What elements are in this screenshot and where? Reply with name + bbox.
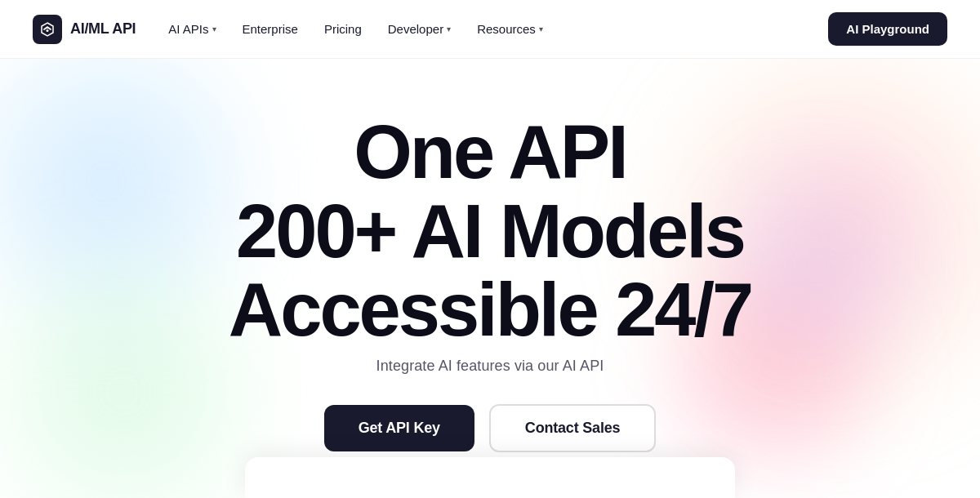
hero-title-line2: 200+ AI Models <box>236 189 744 273</box>
logo-area[interactable]: AI/ML API <box>33 15 136 44</box>
bottom-card-hint <box>245 457 735 498</box>
ai-playground-button[interactable]: AI Playground <box>828 12 947 46</box>
nav-item-resources[interactable]: Resources ▾ <box>477 22 543 36</box>
chevron-down-icon: ▾ <box>212 24 216 33</box>
svg-point-0 <box>47 29 49 32</box>
hero-content: One API 200+ AI Models Accessible 24/7 I… <box>229 113 751 452</box>
chevron-down-icon: ▾ <box>539 24 543 33</box>
contact-sales-button[interactable]: Contact Sales <box>489 404 656 452</box>
nav-item-pricing[interactable]: Pricing <box>324 22 362 36</box>
nav-item-developer[interactable]: Developer ▾ <box>388 22 451 36</box>
nav-links: AI APIs ▾ Enterprise Pricing Developer ▾… <box>168 22 543 36</box>
chevron-down-icon: ▾ <box>447 24 451 33</box>
hero-title: One API 200+ AI Models Accessible 24/7 <box>229 113 751 349</box>
hero-section: One API 200+ AI Models Accessible 24/7 I… <box>0 59 980 498</box>
nav-item-ai-apis[interactable]: AI APIs ▾ <box>168 22 216 36</box>
navbar-left: AI/ML API AI APIs ▾ Enterprise Pricing D… <box>33 15 543 44</box>
get-api-key-button[interactable]: Get API Key <box>324 405 474 451</box>
hero-title-line1: One API <box>354 110 626 193</box>
hero-buttons: Get API Key Contact Sales <box>324 404 657 452</box>
logo-icon <box>33 15 62 44</box>
nav-item-enterprise[interactable]: Enterprise <box>243 22 298 36</box>
hero-title-line3: Accessible 24/7 <box>229 268 751 351</box>
navbar: AI/ML API AI APIs ▾ Enterprise Pricing D… <box>0 0 980 59</box>
logo-text: AI/ML API <box>70 20 136 38</box>
hero-subtitle: Integrate AI features via our AI API <box>376 358 604 375</box>
